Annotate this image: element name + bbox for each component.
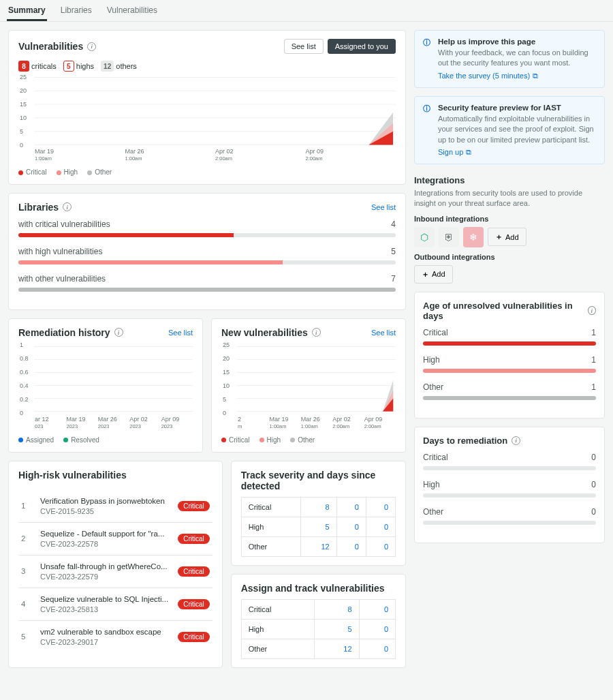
cell-value[interactable]: 8: [300, 497, 336, 517]
new-vulnerabilities-card: New vulnerabilities i See list 252015105…: [211, 318, 406, 453]
iast-signup-link[interactable]: Sign up⧉: [438, 148, 471, 156]
new-vulnerabilities-title: New vulnerabilities i: [221, 327, 321, 338]
cell-value[interactable]: 8: [315, 599, 359, 619]
high-risk-row[interactable]: 2Sequelize - Default support for "ra...C…: [18, 522, 213, 555]
add-inbound-button[interactable]: ＋Add: [488, 228, 526, 246]
row-index: 5: [21, 633, 31, 641]
libraries-title: Libraries i: [18, 202, 72, 213]
cell-value[interactable]: 5: [300, 517, 336, 536]
table-row[interactable]: Critical800: [241, 497, 395, 517]
metric-label: Critical: [423, 328, 448, 337]
plus-icon: ＋: [495, 232, 503, 242]
metric-row: Critical0: [423, 453, 596, 470]
severity-badge: Critical: [178, 566, 210, 577]
info-icon[interactable]: i: [512, 436, 520, 445]
tab-libraries[interactable]: Libraries: [59, 0, 93, 21]
metric-value: 0: [591, 507, 596, 517]
track-severity-card: Track severity and days since detected C…: [231, 461, 406, 566]
integrations-title: Integrations: [414, 175, 605, 185]
row-cve: CVE-2023-29017: [40, 638, 168, 646]
metric-value: 1: [591, 355, 596, 365]
cell-value[interactable]: 12: [300, 536, 336, 556]
row-cve: CVE-2023-25813: [40, 605, 168, 613]
info-icon[interactable]: i: [63, 202, 72, 211]
metric-bar: [423, 466, 596, 470]
metric-row: High0: [423, 480, 596, 498]
see-list-button[interactable]: See list: [284, 39, 324, 54]
library-bar-row[interactable]: with high vulnerabilities5: [18, 247, 396, 264]
improve-notice: ⓘ Help us improve this page With your fe…: [414, 30, 605, 88]
tab-summary[interactable]: Summary: [7, 0, 47, 21]
svg-marker-21: [237, 380, 393, 412]
bar-track: [18, 288, 396, 292]
hexagon-icon[interactable]: ⬡: [414, 227, 435, 247]
info-icon[interactable]: i: [87, 42, 96, 51]
table-row[interactable]: Critical80: [241, 599, 395, 619]
improve-notice-title: Help us improve this page: [438, 37, 535, 46]
metric-row: Other0: [423, 507, 596, 525]
snowflake-icon[interactable]: ❄: [463, 227, 484, 247]
svg-marker-22: [237, 391, 393, 411]
remediation-legend: Assigned Resolved: [18, 436, 193, 444]
add-outbound-button[interactable]: ＋Add: [414, 265, 453, 284]
high-risk-row[interactable]: 3Unsafe fall-through in getWhereCo...CVE…: [18, 555, 213, 588]
cell-label: Other: [241, 639, 314, 658]
metric-row: High1: [423, 355, 596, 373]
metric-label: Other: [423, 507, 443, 517]
take-survey-link[interactable]: Take the survey (5 minutes)⧉: [438, 72, 538, 80]
cell-value[interactable]: 0: [366, 517, 395, 536]
cell-value[interactable]: 0: [336, 497, 366, 517]
metric-bar: [423, 396, 596, 400]
age-card-title: Age of unresolved vulnerabilities in day…: [423, 301, 596, 321]
shield-icon[interactable]: ⛨: [439, 227, 459, 247]
info-icon[interactable]: i: [588, 306, 596, 315]
high-risk-row[interactable]: 4Sequelize vulnerable to SQL Injecti...C…: [18, 588, 213, 620]
vuln-summary-counts: 8 criticals 5 highs 12 others: [18, 61, 396, 72]
vulnerabilities-title: Vulnerabilities i: [18, 41, 96, 52]
newvulns-legend: Critical High Other: [221, 436, 396, 444]
assigned-to-you-button[interactable]: Assigned to you: [328, 39, 396, 54]
external-link-icon: ⧉: [466, 148, 471, 157]
libraries-see-list-link[interactable]: See list: [371, 203, 396, 211]
library-bar-row[interactable]: with critical vulnerabilities4: [18, 219, 396, 237]
svg-marker-23: [237, 398, 393, 411]
cell-value[interactable]: 12: [315, 639, 359, 658]
tab-vulnerabilities[interactable]: Vulnerabilities: [106, 0, 159, 21]
iast-notice-title: Security feature preview for IAST: [438, 104, 561, 112]
vuln-chart-legend: Critical High Other: [18, 168, 396, 176]
cell-value[interactable]: 0: [336, 517, 366, 536]
library-bar-row[interactable]: with other vulnerabilities7: [18, 274, 396, 292]
table-row[interactable]: High50: [241, 619, 395, 639]
cell-value[interactable]: 0: [359, 599, 395, 619]
assign-track-card: Assign and track vulnerabilities Critica…: [231, 574, 406, 668]
track-severity-title: Track severity and days since detected: [241, 470, 396, 491]
library-row-value: 4: [391, 219, 396, 229]
cell-value[interactable]: 0: [366, 497, 395, 517]
cell-value[interactable]: 0: [366, 536, 395, 556]
row-index: 2: [21, 534, 31, 543]
high-risk-row[interactable]: 1Verification Bypass in jsonwebtokenCVE-…: [18, 490, 213, 522]
remediation-see-list-link[interactable]: See list: [168, 329, 193, 337]
cell-value[interactable]: 0: [336, 536, 366, 556]
cell-value[interactable]: 5: [315, 619, 359, 639]
metric-label: High: [423, 480, 440, 489]
row-index: 4: [21, 600, 31, 608]
tabs-bar: Summary Libraries Vulnerabilities: [0, 0, 613, 22]
assign-track-title: Assign and track vulnerabilities: [241, 583, 396, 594]
cell-label: High: [241, 619, 314, 639]
metric-label: Critical: [423, 453, 448, 462]
metric-bar: [423, 369, 596, 373]
table-row[interactable]: Other120: [241, 639, 395, 658]
severity-badge: Critical: [178, 534, 210, 544]
info-icon[interactable]: i: [114, 328, 123, 337]
table-row[interactable]: High500: [241, 517, 395, 536]
table-row[interactable]: Other1200: [241, 536, 395, 556]
high-risk-row[interactable]: 5vm2 vulnerable to sandbox escapeCVE-202…: [18, 620, 213, 653]
cell-value[interactable]: 0: [359, 639, 395, 658]
row-title: Sequelize vulnerable to SQL Injecti...: [40, 595, 168, 603]
newvulns-see-list-link[interactable]: See list: [371, 329, 396, 337]
criticals-pill: 8: [18, 61, 29, 72]
severity-badge: Critical: [178, 599, 210, 609]
cell-value[interactable]: 0: [359, 619, 395, 639]
info-icon[interactable]: i: [312, 328, 321, 337]
